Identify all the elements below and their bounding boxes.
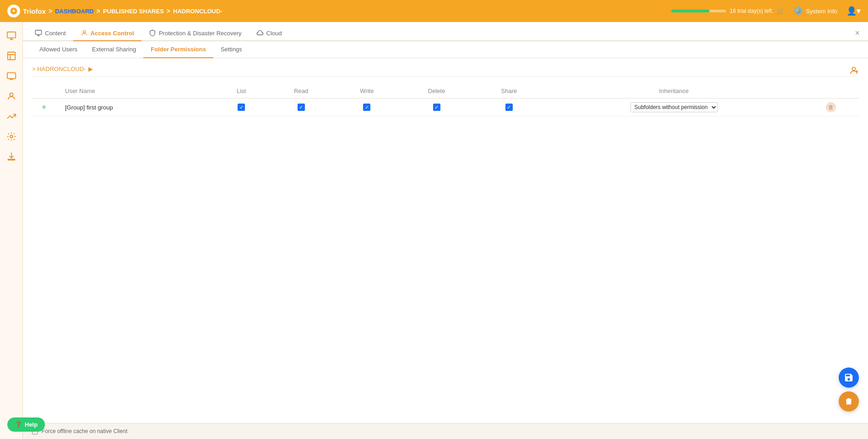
sub-tab-external-sharing-label: External Sharing xyxy=(92,46,136,53)
user-name-value: [Group] first group xyxy=(65,104,113,111)
share-checkbox[interactable]: ✓ xyxy=(505,104,513,111)
help-label: Help xyxy=(25,421,38,428)
read-cell: ✓ xyxy=(268,99,334,116)
help-circle-icon: ❓ xyxy=(15,421,22,428)
sidebar-item-dashboard[interactable] xyxy=(2,27,21,45)
offline-cache-label: Force offline cache on native Client xyxy=(42,428,127,434)
breadcrumb-dashboard[interactable]: DASHBOARD xyxy=(55,8,94,15)
delete-row-button[interactable]: 🗑 xyxy=(826,102,836,112)
sub-tab-external-sharing[interactable]: External Sharing xyxy=(85,41,143,58)
write-cell: ✓ xyxy=(334,99,399,116)
table-body: + [Group] first group ✓ ✓ ✓ xyxy=(32,99,859,116)
delete-checkbox[interactable]: ✓ xyxy=(433,104,440,111)
system-info-label: System Info xyxy=(806,8,837,15)
svg-rect-2 xyxy=(7,52,15,60)
fab-save-button[interactable] xyxy=(839,368,859,388)
svg-rect-1 xyxy=(7,32,15,38)
trial-info: 16 trial day(s) left. 🛒 xyxy=(671,8,784,14)
svg-rect-3 xyxy=(7,73,15,79)
sidebar-item-download[interactable] xyxy=(2,148,21,166)
col-read: Read xyxy=(268,84,334,99)
trial-progress-bar xyxy=(671,10,726,12)
tab-content[interactable]: Content xyxy=(27,26,73,41)
inheritance-select[interactable]: Subfolders without permission xyxy=(630,102,718,112)
sidebar-item-analytics[interactable] xyxy=(2,47,21,65)
user-name-cell: [Group] first group xyxy=(60,99,215,116)
sub-tab-settings-label: Settings xyxy=(221,46,242,53)
svg-point-8 xyxy=(852,67,855,71)
col-share: Share xyxy=(474,84,544,99)
read-checkbox[interactable]: ✓ xyxy=(298,104,305,111)
breadcrumb-hadron: HADRONCLOUD- xyxy=(173,8,222,15)
sub-tab-settings[interactable]: Settings xyxy=(213,41,250,58)
tab-protection-label: Protection & Disaster Recovery xyxy=(159,30,242,37)
add-row-button[interactable]: + xyxy=(42,103,47,112)
col-actions xyxy=(803,84,859,99)
logo-icon xyxy=(7,5,20,17)
col-list: List xyxy=(215,84,268,99)
delete-row-cell: 🗑 xyxy=(803,99,859,116)
header: Triofox > DASHBOARD > PUBLISHED SHARES >… xyxy=(0,0,868,22)
share-cell: ✓ xyxy=(474,99,544,116)
inheritance-cell: Subfolders without permission xyxy=(544,99,803,116)
list-cell: ✓ xyxy=(215,99,268,116)
tab-access-control-label: Access Control xyxy=(91,30,134,37)
sub-tab-folder-permissions[interactable]: Folder Permissions xyxy=(143,41,213,58)
svg-point-5 xyxy=(10,135,13,138)
header-left: Triofox > DASHBOARD > PUBLISHED SHARES >… xyxy=(7,5,222,17)
sidebar-item-users[interactable] xyxy=(2,87,21,105)
delete-cell: ✓ xyxy=(400,99,474,116)
col-inheritance: Inheritance xyxy=(544,84,803,99)
bottom-bar: Force offline cache on native Client xyxy=(23,423,868,439)
brand-name: Triofox xyxy=(23,7,46,15)
breadcrumb-sep3: > xyxy=(167,7,170,15)
add-row-cell: + xyxy=(32,99,60,116)
tab-content-label: Content xyxy=(45,30,66,37)
sidebar xyxy=(0,22,23,439)
breadcrumb-sep1: > xyxy=(49,7,52,15)
trial-text: 16 trial day(s) left. xyxy=(730,8,773,14)
col-user-name: User Name xyxy=(60,84,215,99)
breadcrumb-sep2: > xyxy=(97,7,100,15)
folder-expand-arrow[interactable]: ▶ xyxy=(88,66,93,72)
header-right: 16 trial day(s) left. 🛒 ⚙️ System Info 👤… xyxy=(671,6,861,16)
main-content: Content Access Control Protection & Disa… xyxy=(23,22,868,439)
sidebar-item-settings[interactable] xyxy=(2,127,21,146)
write-checkbox[interactable]: ✓ xyxy=(363,104,370,111)
tab-protection[interactable]: Protection & Disaster Recovery xyxy=(141,26,249,41)
tab-cloud[interactable]: Cloud xyxy=(249,26,289,41)
col-add xyxy=(32,84,60,99)
system-info[interactable]: ⚙️ System Info xyxy=(793,6,837,16)
fab-delete-button[interactable] xyxy=(839,391,859,412)
svg-point-4 xyxy=(10,93,13,96)
folder-path-label: > HADRONCLOUD- xyxy=(32,66,86,72)
folder-path-row: > HADRONCLOUD- ▶ xyxy=(32,66,859,77)
layout: Content Access Control Protection & Disa… xyxy=(0,22,868,439)
svg-rect-6 xyxy=(35,30,41,34)
content-area: > HADRONCLOUD- ▶ User Name List xyxy=(23,58,868,423)
sub-tabs-row: Allowed Users External Sharing Folder Pe… xyxy=(23,41,868,58)
cart-icon[interactable]: 🛒 xyxy=(777,8,784,14)
add-user-folder-button[interactable] xyxy=(849,66,859,77)
sidebar-item-display[interactable] xyxy=(2,67,21,85)
sidebar-item-trending[interactable] xyxy=(2,107,21,126)
sub-tab-allowed-users-label: Allowed Users xyxy=(39,46,77,53)
sub-tab-folder-permissions-label: Folder Permissions xyxy=(151,46,206,53)
fab-container xyxy=(839,368,859,412)
tab-access-control[interactable]: Access Control xyxy=(73,26,141,41)
tab-cloud-label: Cloud xyxy=(266,30,282,37)
user-menu-icon[interactable]: 👤▾ xyxy=(846,6,861,16)
permissions-table: User Name List Read Write Delete xyxy=(32,84,859,116)
breadcrumb-published: PUBLISHED SHARES xyxy=(103,8,164,15)
table-header: User Name List Read Write Delete xyxy=(32,84,859,99)
tabs-row: Content Access Control Protection & Disa… xyxy=(23,22,868,41)
sub-tab-allowed-users[interactable]: Allowed Users xyxy=(32,41,85,58)
help-button[interactable]: ❓ Help xyxy=(7,417,45,432)
list-checkbox[interactable]: ✓ xyxy=(238,104,245,111)
svg-point-7 xyxy=(83,31,85,33)
gear-icon: ⚙️ xyxy=(793,6,803,16)
col-delete: Delete xyxy=(400,84,474,99)
col-write: Write xyxy=(334,84,399,99)
table-row: + [Group] first group ✓ ✓ ✓ xyxy=(32,99,859,116)
close-button[interactable]: × xyxy=(851,26,863,40)
